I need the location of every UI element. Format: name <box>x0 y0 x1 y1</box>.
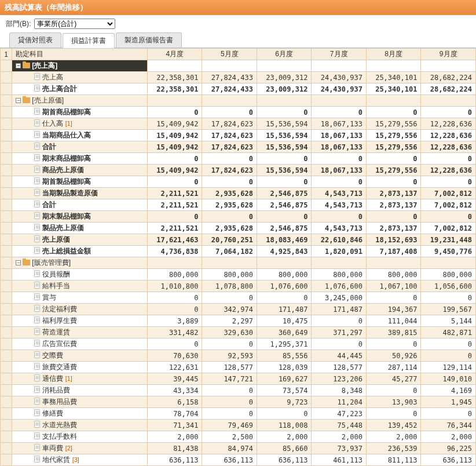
cell-33-2: 85,660 <box>257 443 311 454</box>
row-label[interactable]: 法定福利費 <box>12 304 148 315</box>
row-label-text: 荷造運賃 <box>42 328 70 336</box>
cell-11-3: 4,543,713 <box>312 188 366 199</box>
row-first <box>1 188 12 199</box>
doc-icon <box>34 73 40 80</box>
row-label[interactable]: 当期製品製造原価 <box>12 188 148 199</box>
row-label[interactable]: 消耗品費 <box>12 385 148 396</box>
row-label-text: 地代家賃 <box>42 456 70 464</box>
cell-4-3: 0 <box>312 107 366 118</box>
cell-3-1 <box>202 95 257 107</box>
row-17: −[販売管理費] <box>1 257 476 269</box>
cell-27-4: 45,277 <box>366 373 420 385</box>
row-label[interactable]: 交際費 <box>12 350 148 362</box>
cell-17-3 <box>312 257 366 269</box>
row-label[interactable]: 期末商品棚卸高 <box>12 153 148 165</box>
row-label[interactable]: 賞与 <box>12 292 148 304</box>
row-label[interactable]: 商品売上原価 <box>12 165 148 176</box>
row-30: 修繕費78,7040047,22300 <box>1 408 476 420</box>
col-month-4[interactable]: 8月度 <box>366 49 420 60</box>
row-label[interactable]: 役員報酬 <box>12 269 148 281</box>
row-label[interactable]: 車両費 [2] <box>12 443 148 454</box>
row-label[interactable]: 売上高合計 <box>12 83 148 95</box>
title-bar: 残高試算表（年間推移） <box>0 0 476 15</box>
row-label[interactable]: 当期商品仕入高 <box>12 130 148 141</box>
cell-13-5: 0 <box>421 211 476 223</box>
row-first <box>1 431 12 443</box>
row-label[interactable]: 売上高 <box>12 72 148 83</box>
dept-select[interactable]: 事業所(合計) <box>34 19 115 29</box>
col-month-2[interactable]: 6月度 <box>257 49 311 60</box>
row-label[interactable]: 通信費 [1] <box>12 373 148 385</box>
row-label[interactable]: 売上原価 <box>12 234 148 246</box>
col-month-0[interactable]: 4月度 <box>148 49 202 60</box>
row-label[interactable]: 売上総損益金額 <box>12 246 148 257</box>
row-label[interactable]: 荷造運賃 <box>12 327 148 338</box>
row-label[interactable]: 合計 <box>12 199 148 211</box>
cell-14-3: 4,543,713 <box>312 223 366 234</box>
doc-icon <box>34 212 40 219</box>
cell-8-3: 0 <box>312 153 366 165</box>
row-label[interactable]: 旅費交通費 <box>12 362 148 373</box>
row-label-text: [売上原価] <box>32 96 64 104</box>
cell-3-0 <box>148 95 202 107</box>
col-month-5[interactable]: 9月度 <box>421 49 476 60</box>
row-label-text: 役員報酬 <box>42 270 70 278</box>
row-10: 期首製品棚卸高000000 <box>1 176 476 188</box>
collapse-icon[interactable]: − <box>16 98 21 103</box>
tab-0[interactable]: 貸借対照表 <box>9 32 61 48</box>
row-label[interactable]: 福利厚生費 <box>12 315 148 327</box>
row-label[interactable]: 期首商品棚卸高 <box>12 107 148 118</box>
row-label[interactable]: 修繕費 <box>12 408 148 420</box>
row-label[interactable]: −[売上高] <box>12 60 148 72</box>
col-month-1[interactable]: 5月度 <box>202 49 257 60</box>
row-28: 消耗品費43,334073,5748,34804,169 <box>1 385 476 396</box>
doc-icon <box>34 201 40 207</box>
row-label[interactable]: 期首製品棚卸高 <box>12 176 148 188</box>
row-label[interactable]: 地代家賃 [3] <box>12 454 148 466</box>
row-label[interactable]: 支払手数料 <box>12 431 148 443</box>
doc-icon <box>34 143 40 150</box>
row-label-text: 消耗品費 <box>42 386 70 394</box>
row-label-text: 合計 <box>42 201 56 209</box>
row-label-text: 期末商品棚卸高 <box>42 154 91 162</box>
row-label[interactable]: 事務用品費 <box>12 396 148 408</box>
cell-6-3: 18,067,133 <box>312 130 366 141</box>
cell-13-2: 0 <box>257 211 311 223</box>
cell-18-2: 800,000 <box>257 269 311 281</box>
row-label-text: 修繕費 <box>42 409 63 417</box>
row-label[interactable]: 水道光熱費 <box>12 420 148 431</box>
row-first <box>1 223 12 234</box>
cell-18-4: 800,000 <box>366 269 420 281</box>
row-20: 賞与0003,245,00000 <box>1 292 476 304</box>
cell-29-3: 11,204 <box>312 396 366 408</box>
collapse-icon[interactable]: − <box>16 63 21 68</box>
doc-icon <box>34 305 40 312</box>
col-account[interactable]: 勘定科目 <box>12 49 148 60</box>
ref-mark: [3] <box>72 456 79 463</box>
row-label[interactable]: 期末製品棚卸高 <box>12 211 148 223</box>
row-label[interactable]: −[販売管理費] <box>12 257 148 269</box>
row-label[interactable]: 合計 <box>12 141 148 153</box>
doc-icon <box>34 189 40 196</box>
cell-13-0: 0 <box>148 211 202 223</box>
cell-21-0: 0 <box>148 304 202 315</box>
cell-18-3: 800,000 <box>312 269 366 281</box>
row-label[interactable]: 給料手当 <box>12 281 148 292</box>
tab-1[interactable]: 損益計算書 <box>63 33 115 48</box>
cell-28-1: 0 <box>202 385 257 396</box>
row-label[interactable]: −[売上原価] <box>12 95 148 107</box>
cell-5-3: 18,067,133 <box>312 118 366 130</box>
row-first <box>1 199 12 211</box>
tab-2[interactable]: 製造原価報告書 <box>116 32 182 48</box>
row-label[interactable]: 広告宣伝費 <box>12 338 148 350</box>
col-month-3[interactable]: 7月度 <box>312 49 366 60</box>
row-label[interactable]: 仕入高 [1] <box>12 118 148 130</box>
row-label-text: 当期製品製造原価 <box>42 189 98 197</box>
collapse-icon[interactable]: − <box>16 260 21 265</box>
cell-0-4 <box>366 60 420 72</box>
row-label-text: 売上原価 <box>42 235 70 243</box>
doc-icon <box>34 328 40 335</box>
row-label[interactable]: 製品売上原価 <box>12 223 148 234</box>
corner-cell[interactable]: 1 <box>1 49 12 60</box>
cell-19-5: 1,056,600 <box>421 281 476 292</box>
